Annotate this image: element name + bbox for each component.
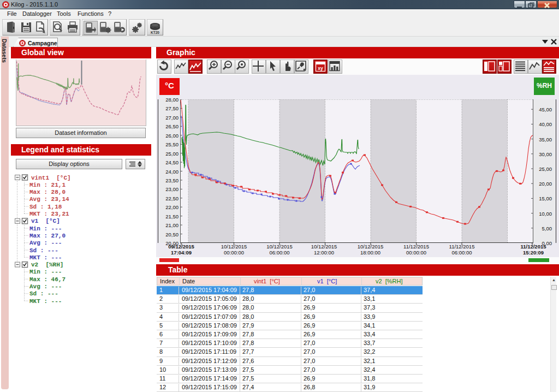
svg-text:xy: xy <box>318 66 323 71</box>
